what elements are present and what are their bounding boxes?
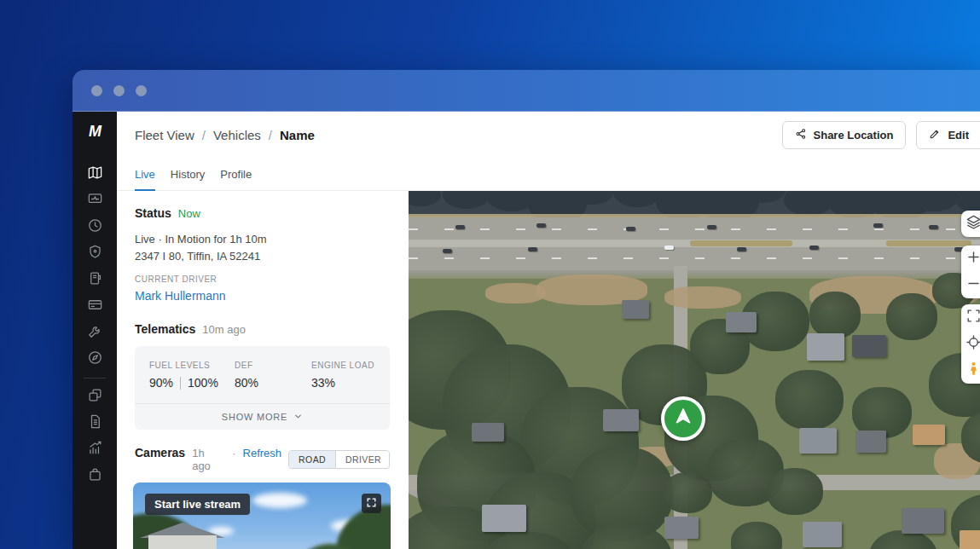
card-icon bbox=[87, 297, 103, 316]
map-icon bbox=[87, 165, 103, 184]
tab-bar: Live History Profile bbox=[117, 159, 980, 191]
expand-arrows-icon bbox=[366, 496, 377, 511]
status-title: Status bbox=[135, 206, 171, 220]
fullscreen-button[interactable] bbox=[961, 304, 980, 331]
document-icon bbox=[87, 413, 103, 433]
fuel-value-divider bbox=[180, 377, 181, 390]
cameras-title: Cameras bbox=[135, 446, 185, 459]
telematics-title: Telematics bbox=[135, 322, 195, 336]
share-location-button[interactable]: Share Location bbox=[782, 121, 907, 149]
motive-logo[interactable]: M bbox=[89, 123, 101, 141]
def-value: 80% bbox=[235, 376, 311, 390]
show-more-button[interactable]: SHOW MORE bbox=[135, 403, 390, 430]
fuel-levels-metric: FUEL LEVELS 90% 100% bbox=[149, 361, 235, 390]
layers-icon bbox=[966, 214, 980, 234]
current-driver-label: CURRENT DRIVER bbox=[135, 274, 390, 284]
tab-live[interactable]: Live bbox=[135, 159, 155, 190]
show-more-label: SHOW MORE bbox=[222, 412, 287, 422]
vehicle-address: 2347 I 80, Tiffin, IA 52241 bbox=[135, 248, 390, 265]
refresh-link[interactable]: Refresh bbox=[243, 447, 282, 459]
app-window: M bbox=[72, 70, 980, 549]
bag-icon bbox=[87, 466, 103, 486]
sidebar-item-reports[interactable] bbox=[72, 436, 117, 463]
tab-profile[interactable]: Profile bbox=[220, 159, 252, 190]
nav-sidebar: M bbox=[72, 112, 117, 549]
fuel-levels-value: 90% 100% bbox=[149, 376, 235, 390]
map-layers-control bbox=[961, 211, 980, 237]
map-tree-line bbox=[409, 191, 980, 216]
chart-growth-icon bbox=[87, 440, 103, 459]
sidebar-item-marketplace[interactable] bbox=[72, 463, 117, 489]
compass-icon bbox=[87, 350, 103, 369]
recenter-button[interactable] bbox=[961, 331, 980, 357]
chevron-down-icon bbox=[293, 412, 303, 423]
engine-load-label: ENGINE LOAD bbox=[311, 361, 374, 370]
status-section: Status Now Live · In Motion for 1h 10m 2… bbox=[135, 206, 390, 303]
satellite-map[interactable] bbox=[409, 191, 980, 549]
breadcrumb-fleet-view[interactable]: Fleet View bbox=[135, 128, 194, 142]
sidebar-item-maintenance[interactable] bbox=[72, 320, 117, 346]
map-zoom-control bbox=[961, 246, 980, 298]
sidebar-item-history[interactable] bbox=[72, 214, 117, 240]
plus-icon bbox=[966, 249, 980, 269]
edit-button[interactable]: Edit bbox=[916, 121, 980, 149]
zoom-in-button[interactable] bbox=[961, 246, 980, 272]
zoom-out-button[interactable] bbox=[961, 272, 980, 298]
cloud bbox=[252, 493, 307, 508]
sidebar-item-dashcam[interactable] bbox=[72, 188, 117, 214]
fullscreen-brackets-icon bbox=[966, 308, 980, 327]
cameras-separator: · bbox=[232, 447, 235, 459]
crosshair-icon bbox=[966, 334, 980, 354]
sidebar-item-tracking[interactable] bbox=[72, 346, 117, 373]
camera-fullscreen-button[interactable] bbox=[362, 494, 381, 513]
camera-preview-image[interactable]: Start live stream bbox=[133, 483, 391, 549]
driver-name-link[interactable]: Mark Hullermann bbox=[135, 289, 390, 303]
toggle-driver[interactable]: DRIVER bbox=[335, 451, 390, 468]
engine-load-metric: ENGINE LOAD 33% bbox=[311, 361, 374, 390]
wrench-icon bbox=[87, 323, 103, 343]
breadcrumb-separator: / bbox=[269, 128, 272, 142]
motion-status-text: Live · In Motion for 1h 10m bbox=[135, 231, 390, 248]
shield-icon bbox=[87, 244, 103, 263]
sidebar-item-compliance[interactable] bbox=[72, 267, 117, 293]
camera-view-toggle: ROAD DRIVER bbox=[288, 450, 390, 469]
sidebar-item-fleet-map[interactable] bbox=[72, 161, 117, 188]
toggle-road[interactable]: ROAD bbox=[289, 451, 335, 468]
clock-icon bbox=[87, 217, 103, 237]
map-layers-button[interactable] bbox=[961, 211, 980, 237]
status-badge: Now bbox=[178, 207, 200, 220]
vehicle-location-marker[interactable] bbox=[661, 396, 705, 441]
sidebar-item-payments[interactable] bbox=[72, 293, 117, 320]
cameras-section: Cameras 1h ago · Refresh ROAD DRIVER bbox=[135, 446, 390, 549]
page-header: Fleet View / Vehicles / Name Share Locat… bbox=[117, 112, 980, 159]
sidebar-item-apps[interactable] bbox=[72, 384, 117, 410]
pegman-icon bbox=[966, 361, 980, 380]
breadcrumb-current-vehicle-name: Name bbox=[280, 128, 315, 142]
window-control-dot[interactable] bbox=[136, 85, 147, 96]
window-control-dot[interactable] bbox=[113, 85, 125, 96]
start-live-stream-button[interactable]: Start live stream bbox=[145, 494, 250, 515]
breadcrumb-separator: / bbox=[202, 128, 206, 142]
fuel-value-secondary: 100% bbox=[188, 376, 218, 390]
def-label: DEF bbox=[235, 361, 311, 370]
street-view-pegman[interactable] bbox=[961, 357, 980, 384]
vehicle-detail-panel: Status Now Live · In Motion for 1h 10m 2… bbox=[117, 191, 409, 549]
navigation-arrow-icon bbox=[672, 406, 694, 431]
edit-label: Edit bbox=[948, 129, 969, 142]
map-highway bbox=[409, 217, 980, 270]
minus-icon bbox=[966, 275, 980, 295]
telematics-timestamp: 10m ago bbox=[202, 323, 246, 336]
cameras-timestamp: 1h ago bbox=[192, 447, 225, 472]
breadcrumb: Fleet View / Vehicles / Name bbox=[135, 128, 315, 142]
breadcrumb-vehicles[interactable]: Vehicles bbox=[213, 128, 261, 142]
dashcam-icon bbox=[87, 191, 103, 211]
sidebar-item-documents[interactable] bbox=[72, 410, 117, 436]
house bbox=[148, 535, 217, 549]
logbook-icon bbox=[87, 270, 103, 290]
sidebar-item-safety[interactable] bbox=[72, 240, 117, 267]
engine-load-value: 33% bbox=[311, 376, 374, 390]
tab-history[interactable]: History bbox=[171, 159, 205, 190]
windows-icon bbox=[87, 387, 103, 407]
window-control-dot[interactable] bbox=[91, 85, 102, 96]
sidebar-divider bbox=[84, 378, 106, 379]
